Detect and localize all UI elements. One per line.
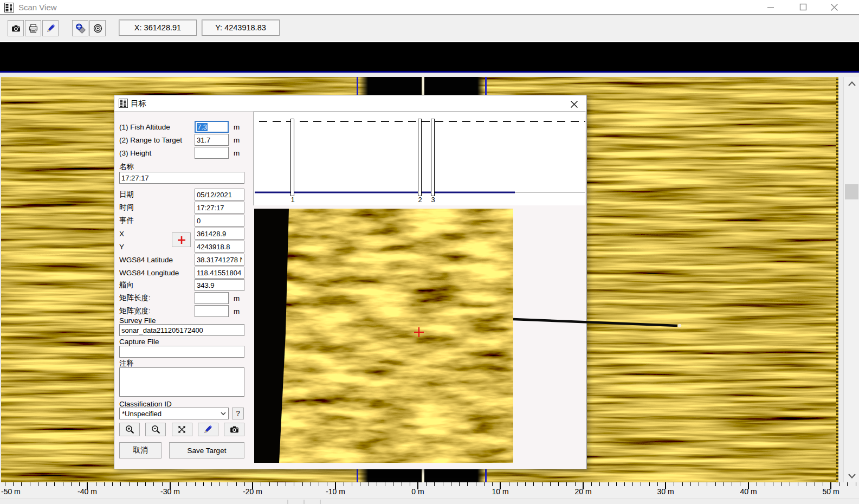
range-unit: m <box>234 136 240 144</box>
y-coordinate-readout: Y: 4243918.83 <box>202 20 280 36</box>
longitude-row: WGS84 Longitude <box>119 267 244 279</box>
time-row: 时间 <box>119 202 244 214</box>
latitude-row: WGS84 Latitude <box>119 254 244 266</box>
dialog-close-button[interactable] <box>568 98 580 110</box>
comment-textarea[interactable] <box>119 367 244 397</box>
chevron-up-icon <box>848 81 856 86</box>
mark-button[interactable] <box>198 423 218 436</box>
profile-marker-bar-3[interactable] <box>431 119 435 196</box>
locate-target-button[interactable] <box>72 20 88 36</box>
minimize-icon <box>767 3 774 11</box>
maximize-button[interactable] <box>794 0 812 14</box>
event-input[interactable] <box>195 215 244 227</box>
ruler-label: 10 m <box>492 487 508 496</box>
print-button[interactable] <box>25 20 41 36</box>
profile-marker-label: 2 <box>418 196 422 204</box>
range-ruler: -50 m -40 m -30 m -20 m -10 m 0 m 10 m 2… <box>0 482 859 499</box>
vertical-scrollbar[interactable] <box>843 77 859 482</box>
ruler-label: 50 m <box>822 487 839 496</box>
ruler-label: 20 m <box>574 487 591 496</box>
minimize-button[interactable] <box>761 0 780 14</box>
matrix-length-label: 矩阵长度: <box>119 293 195 303</box>
scroll-down-button[interactable] <box>844 470 859 481</box>
profile-marker-label: 3 <box>431 196 435 204</box>
camera-icon <box>11 23 21 34</box>
fit-view-button[interactable] <box>172 423 192 436</box>
fit-view-icon <box>177 424 187 435</box>
classification-dropdown[interactable]: *Unspecified <box>119 408 229 419</box>
capture-file-input[interactable] <box>119 346 244 358</box>
date-label: 日期 <box>119 190 195 199</box>
time-label: 时间 <box>119 203 195 212</box>
waterfall-front-line <box>0 71 859 73</box>
profile-view[interactable]: 1 2 3 <box>253 112 585 205</box>
add-position-button[interactable] <box>172 232 191 247</box>
survey-file-row <box>119 324 244 336</box>
date-input[interactable] <box>195 189 244 201</box>
close-icon <box>830 3 838 11</box>
ruler-label: -30 m <box>160 487 180 496</box>
ruler-label: -40 m <box>77 487 97 496</box>
target-dialog: 目标 (1) Fish Altitude 7.3 m (2) Range to … <box>114 95 587 469</box>
heading-input[interactable] <box>195 279 244 291</box>
zoom-in-button[interactable] <box>119 423 140 436</box>
window-titlebar: Scan View <box>0 0 859 15</box>
range-label: (2) Range to Target <box>119 136 195 144</box>
bullseye-button[interactable] <box>89 20 106 36</box>
name-input[interactable] <box>119 172 244 184</box>
longitude-input[interactable] <box>195 267 244 279</box>
selected-text: 7.3 <box>197 123 208 131</box>
locate-target-icon <box>75 23 86 34</box>
snapshot-button[interactable] <box>8 20 24 36</box>
ruler-label: 0 m <box>411 487 424 496</box>
y-input[interactable] <box>195 241 244 253</box>
matrix-length-unit: m <box>234 294 240 302</box>
range-input[interactable] <box>195 134 229 146</box>
capture-file-row <box>119 346 244 358</box>
zoom-texture <box>254 209 513 463</box>
matrix-width-unit: m <box>234 307 240 315</box>
profile-marker-bar-2[interactable] <box>418 119 422 196</box>
range-row: (2) Range to Target m <box>119 134 244 146</box>
sonar-right-edge <box>836 77 838 482</box>
time-input[interactable] <box>195 202 244 214</box>
ruler-label: -10 m <box>326 487 345 496</box>
event-row: 事件 <box>119 215 244 227</box>
printer-icon <box>28 23 38 34</box>
app-logo-icon <box>4 3 14 12</box>
height-input[interactable] <box>195 147 229 159</box>
camera-icon <box>229 424 240 435</box>
dialog-titlebar: 目标 <box>114 95 586 112</box>
cancel-button[interactable]: 取消 <box>119 442 162 458</box>
target-crosshair-icon <box>413 326 425 338</box>
fish-altitude-input[interactable]: 7.3 <box>195 121 229 133</box>
heading-label: 艏向 <box>119 280 195 290</box>
mark-button[interactable] <box>42 20 59 36</box>
zoom-in-icon <box>125 424 135 435</box>
survey-file-input[interactable] <box>119 324 244 336</box>
dialog-logo-icon <box>119 99 128 108</box>
latitude-input[interactable] <box>195 254 244 266</box>
dialog-title: 目标 <box>131 95 146 112</box>
classification-help-button[interactable]: ? <box>232 408 244 419</box>
profile-marker-label: 1 <box>290 196 294 204</box>
target-zoom-view[interactable] <box>254 209 513 463</box>
close-button[interactable] <box>825 0 843 14</box>
snapshot-button[interactable] <box>224 423 244 436</box>
pen-icon <box>203 424 213 435</box>
x-input[interactable] <box>195 228 244 240</box>
matrix-length-input[interactable] <box>195 292 229 304</box>
zoom-out-button[interactable] <box>145 423 166 436</box>
status-separator <box>303 500 305 504</box>
classification-value: *Unspecified <box>122 410 221 418</box>
matrix-length-row: 矩阵长度: m <box>119 292 244 304</box>
classification-label: Classification ID <box>119 400 172 408</box>
save-target-button[interactable]: Save Target <box>169 442 244 458</box>
profile-marker-bar-1[interactable] <box>290 119 294 196</box>
height-unit: m <box>234 149 240 157</box>
chevron-down-icon <box>848 474 856 479</box>
scroll-up-button[interactable] <box>844 78 859 89</box>
heading-row: 艏向 <box>119 279 244 291</box>
scrollbar-thumb[interactable] <box>845 184 858 199</box>
matrix-width-input[interactable] <box>195 305 229 317</box>
